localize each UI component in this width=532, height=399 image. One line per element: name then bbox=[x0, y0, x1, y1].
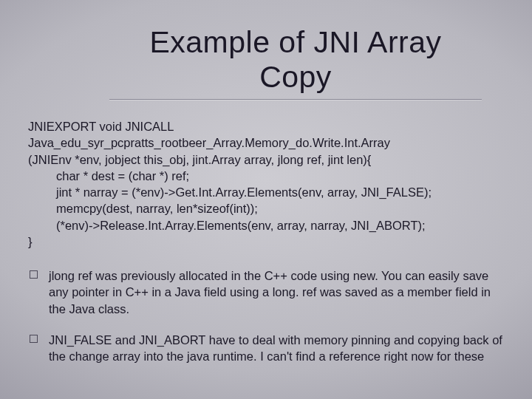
code-line: char * dest = (char *) ref; bbox=[28, 168, 504, 184]
slide: Example of JNI Array Copy JNIEXPORT void… bbox=[0, 0, 532, 399]
code-line: (JNIEnv *env, jobject this_obj, jint.Arr… bbox=[28, 151, 504, 168]
code-line: (*env)->Release.Int.Array.Elements(env, … bbox=[28, 217, 504, 233]
bullet-item: JNI_FALSE and JNI_ABORT have to deal wit… bbox=[28, 332, 504, 365]
bullet-list: jlong ref was previously allocated in th… bbox=[28, 267, 504, 364]
code-line: Java_edu_syr_pcpratts_rootbeer_Array.Mem… bbox=[28, 134, 504, 151]
bullet-item: jlong ref was previously allocated in th… bbox=[28, 267, 504, 317]
code-line: } bbox=[28, 233, 504, 250]
code-line: memcpy(dest, narray, len*sizeof(int)); bbox=[28, 200, 504, 216]
code-line: JNIEXPORT void JNICALL bbox=[28, 118, 504, 134]
code-block: JNIEXPORT void JNICALL Java_edu_syr_pcpr… bbox=[28, 118, 504, 250]
code-line: jint * narray = (*env)->Get.Int.Array.El… bbox=[28, 184, 504, 200]
slide-title: Example of JNI Array Copy bbox=[109, 25, 482, 95]
title-divider bbox=[109, 99, 482, 100]
